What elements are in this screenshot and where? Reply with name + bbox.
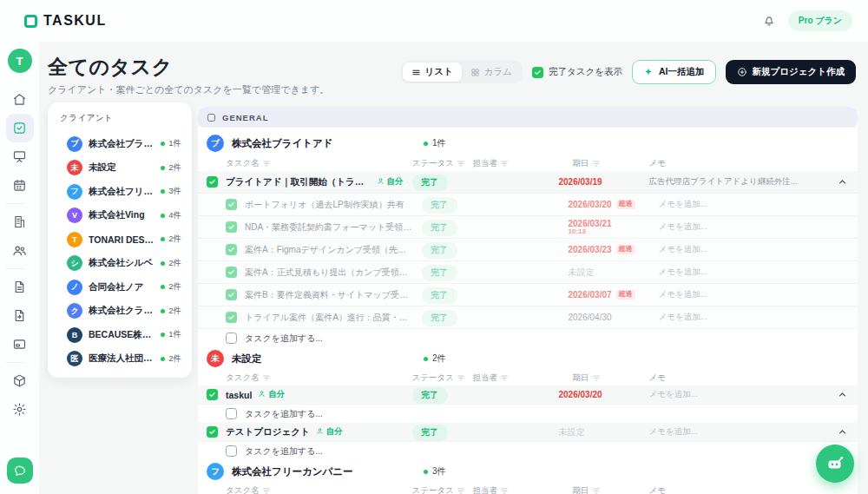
chevron-up-icon[interactable] <box>826 390 858 399</box>
task-row[interactable]: 案件B：要件定義資料・サイトマップ受領（先...完了2026/03/07超過メモ… <box>198 284 858 306</box>
client-item[interactable]: シ株式会社シルベ2件 <box>48 252 192 276</box>
empty-checkbox[interactable] <box>226 333 237 344</box>
rail-building-icon[interactable] <box>6 207 34 236</box>
task-row[interactable]: トライアル案件（案件A）進行：品質・スピー...完了2026/04/30メモを追… <box>198 306 858 329</box>
client-item[interactable]: 未未設定2件 <box>48 156 192 181</box>
column-1[interactable]: ステータス <box>404 372 473 384</box>
due-date-cell[interactable]: 未設定 <box>556 267 659 277</box>
task-name: ブライトアド｜取引開始（トライアル：案... <box>226 176 371 188</box>
notification-bell-icon[interactable] <box>762 14 776 28</box>
new-project-button[interactable]: 新規プロジェクト作成 <box>726 60 856 84</box>
rail-calendar-icon[interactable] <box>6 171 34 200</box>
column-2[interactable]: 担当者 <box>473 372 547 384</box>
chevron-up-icon[interactable] <box>826 177 858 187</box>
column-1[interactable]: ステータス <box>404 485 473 494</box>
empty-checkbox[interactable] <box>226 408 237 419</box>
due-date-cell[interactable]: 2026/04/30 <box>556 313 659 322</box>
task-row[interactable]: ポートフォリオ（過去LP制作実績）共有完了2026/03/20超過メモを追加..… <box>198 194 858 216</box>
user-avatar[interactable]: T <box>8 49 32 73</box>
rail-card-icon[interactable] <box>6 330 34 359</box>
column-2[interactable]: 担当者 <box>473 158 547 169</box>
memo-cell[interactable]: メモを追加... <box>659 199 827 210</box>
rail-home-icon[interactable] <box>6 85 34 114</box>
rail-tasks-icon[interactable] <box>6 114 34 142</box>
chevron-up-icon[interactable] <box>826 427 858 437</box>
column-0[interactable]: タスク名 <box>198 372 404 384</box>
due-date-cell[interactable]: 2026/03/2110:13 <box>556 219 659 236</box>
rail-document-alt-icon[interactable] <box>6 301 34 330</box>
checked-checkbox[interactable] <box>207 389 218 400</box>
rail-team-icon[interactable] <box>6 236 34 265</box>
memo-cell[interactable]: メモを追加... <box>649 426 827 438</box>
task-row[interactable]: 案件A：正式見積もり提出（カンプ受領後2営...完了未設定メモを追加... <box>198 261 858 284</box>
column-0[interactable]: タスク名 <box>198 485 404 494</box>
due-date-cell[interactable]: 2026/03/19 <box>547 177 649 187</box>
rail-document-icon[interactable] <box>6 273 34 301</box>
add-task-row[interactable]: タスクを追加する... <box>198 405 858 423</box>
column-label: 期日 <box>573 158 589 169</box>
due-date-cell[interactable]: 2026/03/07超過 <box>556 290 659 300</box>
task-name: ポートフォリオ（過去LP制作実績）共有 <box>245 199 404 211</box>
column-2[interactable]: 担当者 <box>473 485 547 494</box>
task-row[interactable]: ブライトアド｜取引開始（トライアル：案...自分完了2026/03/19広告代理… <box>198 171 858 194</box>
column-3[interactable]: 期日 <box>547 372 649 384</box>
due-date-cell[interactable]: 2026/03/20超過 <box>556 200 659 209</box>
memo-cell[interactable]: メモを追加... <box>659 312 827 323</box>
memo-cell[interactable]: メモを追加... <box>659 289 827 300</box>
add-task-row[interactable]: タスクを追加する... <box>198 329 858 347</box>
view-column-button[interactable]: カラム <box>462 63 521 82</box>
client-item[interactable]: 医医療法人社団 みら...2件 <box>48 347 192 372</box>
checked-checkbox[interactable] <box>226 221 237 233</box>
due-date-cell[interactable]: 2026/03/23超過 <box>556 245 659 254</box>
memo-cell[interactable]: メモを追加... <box>659 244 827 255</box>
task-row[interactable]: 案件A：Figmaデザインカンプ受領（先方：佐...完了2026/03/23超過… <box>198 239 858 261</box>
empty-checkbox[interactable] <box>226 445 237 457</box>
plan-badge[interactable]: Pro プラン <box>788 10 852 31</box>
rail-settings-icon[interactable] <box>6 395 34 424</box>
rail-package-icon[interactable] <box>6 366 34 395</box>
client-item[interactable]: ブ株式会社ブライト...1件 <box>48 132 192 156</box>
checked-checkbox[interactable] <box>226 289 237 300</box>
column-3[interactable]: 期日 <box>547 485 649 494</box>
task-row[interactable]: NDA・業務委託契約書フォーマット受領（先方...完了2026/03/2110:… <box>198 216 858 239</box>
checked-checkbox[interactable] <box>207 426 218 438</box>
due-date-cell[interactable]: 2026/03/20 <box>547 390 649 399</box>
view-list-button[interactable]: リスト <box>403 63 462 82</box>
column-0[interactable]: タスク名 <box>198 158 404 169</box>
memo-cell[interactable]: メモを追加... <box>649 389 827 400</box>
column-3[interactable]: 期日 <box>547 158 649 169</box>
memo-cell[interactable]: メモを追加... <box>659 221 827 233</box>
task-row[interactable]: テストプロジェクト自分完了未設定メモを追加... <box>198 423 858 442</box>
client-item[interactable]: フ株式会社フリーカ...3件 <box>48 180 192 204</box>
section-avatar: ブ <box>207 135 224 152</box>
logo-text: TASKUL <box>43 13 107 29</box>
memo-cell[interactable]: メモを追加... <box>659 267 827 278</box>
task-row[interactable]: taskul自分完了2026/03/20メモを追加... <box>198 385 858 405</box>
client-item[interactable]: BBECAUSE株式会社1件 <box>48 323 192 347</box>
client-item[interactable]: ノ合同会社ノア2件 <box>48 275 192 300</box>
chat-button[interactable] <box>7 458 33 484</box>
ai-bulk-add-button[interactable]: AI一括追加 <box>632 60 716 84</box>
checked-checkbox[interactable] <box>207 176 218 188</box>
checked-checkbox[interactable] <box>226 267 237 278</box>
section-header[interactable]: 未未設定2件 <box>198 347 858 370</box>
group-header-general[interactable]: GENERAL <box>198 107 858 128</box>
client-avatar: 医 <box>67 351 82 366</box>
client-item[interactable]: V株式会社Ving4件 <box>48 204 192 228</box>
add-task-row[interactable]: タスクを追加する... <box>198 442 858 460</box>
client-item[interactable]: ク株式会社クラフト...2件 <box>48 300 192 324</box>
due-date-cell[interactable]: 未設定 <box>547 427 649 437</box>
checked-checkbox[interactable] <box>226 199 237 210</box>
count-label: 2件 <box>168 234 181 245</box>
checked-checkbox[interactable] <box>226 312 237 323</box>
column-1[interactable]: ステータス <box>404 158 473 169</box>
section-header[interactable]: ブ株式会社ブライトアド1件 <box>198 131 858 155</box>
client-item[interactable]: TTONARI DESIGN2件 <box>48 227 192 252</box>
rail-board-icon[interactable] <box>6 142 34 171</box>
client-sidebar-title: クライアント <box>48 113 192 132</box>
memo-cell[interactable]: 広告代理店ブライトアドより継続外注... <box>649 176 827 188</box>
show-completed-checkbox[interactable]: 完了タスクを表示 <box>532 66 622 78</box>
ai-assistant-fab[interactable] <box>816 445 854 483</box>
checked-checkbox[interactable] <box>226 244 237 255</box>
section-header[interactable]: フ株式会社フリーカンパニー3件 <box>198 460 858 483</box>
